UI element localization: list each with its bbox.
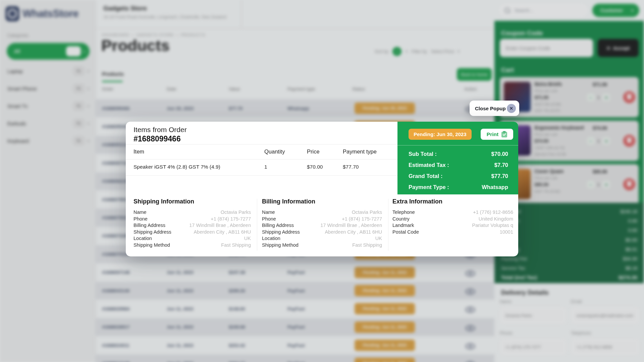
order-date-cell: Jun 30, 2023	[167, 99, 194, 117]
print-label: Print	[487, 131, 498, 137]
view-order-eye-icon[interactable]	[466, 307, 475, 313]
sidebar-category-item[interactable]: Smart Tv 01 ›	[0, 97, 95, 115]
order-table-row[interactable]: #1688043140 Jun 11, 2023 $299.26 PayFast…	[95, 282, 494, 300]
quantity-decrease-button[interactable]: –	[587, 93, 595, 102]
coupon-code-input[interactable]	[500, 39, 593, 57]
totals-row: Packing Fee $34.30	[494, 254, 644, 263]
view-order-eye-icon[interactable]	[466, 325, 475, 331]
close-popup-button[interactable]: Close Popup ✕	[470, 101, 519, 116]
col-payment-type: Payment type	[287, 86, 315, 92]
item-total-price: $95.06	[593, 169, 607, 174]
info-value: United Kingdom	[479, 216, 513, 223]
view-order-eye-icon[interactable]	[466, 343, 475, 349]
sidebar-category-item[interactable]: Laptop 01 ›	[0, 62, 95, 80]
price-filter-select[interactable]: Select Price ▾	[431, 49, 460, 54]
order-value-cell: $299.26	[229, 282, 245, 300]
sidebar-category-item[interactable]: Earbuds 01 ›	[0, 115, 95, 132]
phone-input[interactable]: +1 (874) 175-7277	[500, 338, 566, 356]
remove-item-button[interactable]	[623, 135, 635, 147]
order-table-row[interactable]: #1688029984 Jun 11, 2023 $148.60 PayFast…	[95, 300, 494, 318]
quantity-decrease-button[interactable]: –	[587, 137, 595, 145]
search-bar[interactable]	[499, 4, 588, 17]
chevron-right-icon: ›	[88, 103, 89, 109]
summary-label: Payment Type :	[409, 184, 449, 190]
view-order-eye-icon[interactable]	[466, 270, 475, 277]
category-label: Keyboard	[7, 138, 29, 144]
quantity-stepper: – 1 +	[587, 93, 610, 102]
order-table-row[interactable]: #1688067148 Jun 11, 2023 $247.38 PayFast…	[95, 263, 494, 282]
summary-row: Estimated Tax : $7.70	[397, 160, 518, 171]
item-payment-cell: $77.70	[343, 164, 359, 170]
summary-value: $7.70	[494, 162, 508, 168]
categories-label: Categories	[7, 33, 29, 38]
info-value: Fast Shipping	[221, 242, 251, 249]
close-icon[interactable]: ✕	[507, 104, 516, 113]
remove-item-button[interactable]	[623, 178, 635, 190]
totals-row: Total (incl Tax) $274.35	[494, 273, 644, 282]
search-input[interactable]	[514, 7, 576, 13]
order-status-badge: Pending: Jun 11, 2023	[355, 321, 415, 333]
customer-dropdown-button[interactable]: Customer ▾	[592, 4, 639, 17]
toggle-knob[interactable]	[66, 46, 81, 56]
tax-line-1: iGST 5% (3.55)	[535, 102, 561, 106]
order-date-cell: Jun 11, 2023	[167, 336, 194, 354]
category-count-badge: 01	[73, 119, 84, 128]
tab-products[interactable]: Products	[102, 71, 124, 77]
sort-toggle[interactable]: ▾	[392, 47, 401, 56]
order-id-cell: #1688029984	[102, 300, 130, 318]
category-all-toggle[interactable]: All ›	[7, 43, 90, 60]
back-to-home-button[interactable]: Back to home	[457, 68, 492, 81]
accept-coupon-button[interactable]: ⊞ Accept	[598, 39, 639, 57]
sidebar: WhatsStore Categories All › Laptop 01 › …	[0, 0, 96, 362]
tax-line-1: +GST 10% (6.73)	[535, 146, 565, 150]
field-label: Email	[571, 299, 639, 304]
quantity-increase-button[interactable]: +	[602, 93, 610, 102]
coupon-code-title: Coupon Code	[501, 29, 543, 37]
quantity-value: 1	[597, 138, 600, 143]
name-input[interactable]: Octavia Parks	[500, 307, 566, 324]
order-items-modal: Items from Order #1688099466 Item Quanti…	[126, 122, 518, 256]
sidebar-category-item[interactable]: Keyboard 01 ›	[0, 132, 95, 149]
price-col-header: Price	[307, 148, 320, 155]
order-table-row[interactable]: #1688024011 Jun 11, 2023 $253.42 PayFast…	[95, 336, 494, 354]
telephone-input[interactable]: +1 (776) 912-8656	[571, 338, 639, 356]
price-per-unit-label: Price per unit	[535, 89, 557, 93]
quantity-decrease-button[interactable]: –	[587, 180, 595, 189]
info-row: Billing Address 17 Windmill Brae , Aberd…	[262, 222, 382, 229]
col-action: Action	[464, 86, 477, 92]
divider	[397, 145, 518, 145]
info-value: UK	[375, 235, 382, 242]
modal-title: Items from Order	[133, 126, 187, 134]
all-label: All	[14, 49, 20, 54]
orders-table-header: Order Date Value Payment type Status Act…	[95, 86, 494, 98]
trash-icon	[627, 95, 631, 99]
print-button[interactable]: Print	[481, 129, 513, 140]
delivery-phone-field: Phone +1 (874) 175-7277	[500, 330, 566, 356]
accept-grid-icon: ⊞	[607, 46, 610, 51]
delivery-telephone-field: Telephone +1 (776) 912-8656	[571, 330, 639, 356]
tax-line-1: GST 7% (6.65)	[535, 189, 560, 193]
totals-value: 0.00	[628, 218, 637, 224]
quantity-increase-button[interactable]: +	[602, 137, 610, 145]
email-input[interactable]: octaviaparks@mailinator.com	[571, 307, 639, 324]
order-summary-panel: Pending: Jun 30, 2023 Print Sub Total : …	[397, 122, 518, 194]
order-table-row[interactable]: #1688099466 Jun 30, 2023 $77.70 Whatsapp…	[95, 99, 494, 117]
close-popup-label: Close Popup	[475, 106, 506, 111]
order-table-row[interactable]: #1688012148 Jun 11, 2023 $264.77 PayFast…	[95, 354, 494, 362]
quantity-increase-button[interactable]: +	[602, 180, 610, 189]
app-logo[interactable]: WhatsStore	[5, 6, 78, 21]
cart-item-card: Cover Quam Price per unit $95.06 GST 7% …	[500, 164, 639, 204]
view-order-eye-icon[interactable]	[466, 289, 475, 295]
sidebar-category-item[interactable]: Smart Phone 01 ›	[0, 80, 95, 97]
category-label: Earbuds	[7, 121, 26, 126]
info-row: Name Octavia Parks	[133, 209, 251, 216]
remove-item-button[interactable]	[623, 91, 635, 103]
order-table-row[interactable]: #1688028917 Jun 11, 2023 $249.68 PayFast…	[95, 318, 494, 336]
category-list: Laptop 01 › Smart Phone 01 › Smart Tv 01	[0, 62, 95, 149]
info-value: Aberdeen City , AB11 6HU	[325, 229, 382, 236]
totals-value: $0.00	[626, 237, 637, 243]
info-row: Telephone +1 (776) 912-8656	[392, 209, 513, 216]
order-value-cell: $249.68	[229, 318, 245, 336]
price-per-unit-label: Price per unit	[535, 176, 557, 180]
breadcrumb-item[interactable]: PRODUCTS ›	[181, 33, 205, 37]
